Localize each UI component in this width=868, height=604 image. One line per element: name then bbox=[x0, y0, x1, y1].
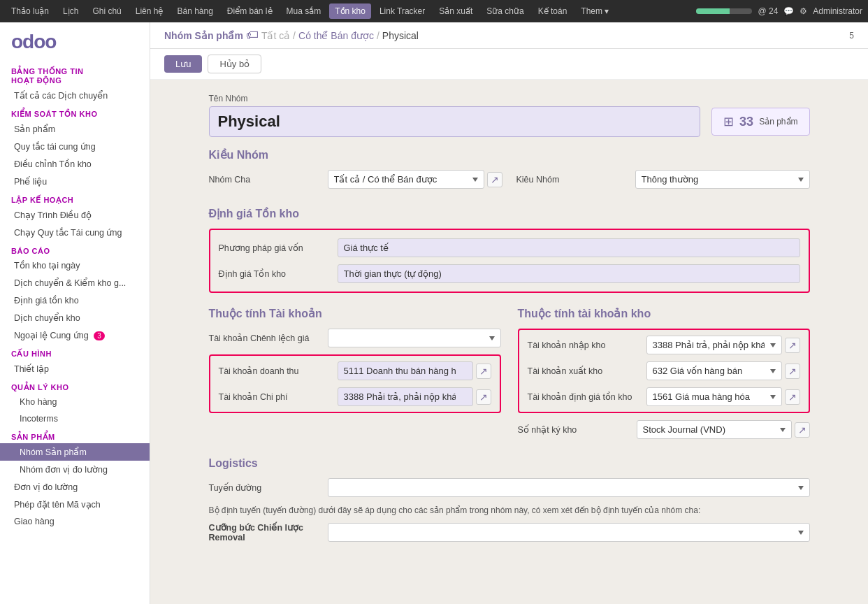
nav-item-ke-toan[interactable]: Kế toán bbox=[533, 3, 573, 19]
tai-khoan-doanh-thu-select[interactable]: 5111 Doanh thu bán hàng hóa bbox=[338, 361, 473, 380]
phuong-phap-value: Giá thực tế bbox=[338, 238, 800, 257]
tai-khoan-doanh-thu-label: Tài khoản doanh thu bbox=[219, 366, 338, 376]
nhom-cha-select[interactable]: Tất cả / Có thể Bán được bbox=[328, 170, 484, 189]
cancel-button[interactable]: Hủy bỏ bbox=[208, 55, 261, 73]
nav-item-diem-ban-le[interactable]: Điểm bán lẻ bbox=[222, 3, 278, 19]
phuong-phap-select[interactable]: Giá thực tế bbox=[338, 238, 800, 257]
logo[interactable]: odoo bbox=[0, 22, 150, 62]
tuyen-duong-label: Tuyến đường bbox=[209, 482, 328, 493]
section-header-cau-hinh: Cấu hình bbox=[0, 344, 150, 360]
product-count-number: 33 bbox=[739, 115, 753, 129]
chien-luoc-field: Cưỡng bức Chiến lược Removal bbox=[209, 522, 810, 542]
form-body: Tên Nhóm ⊞ 33 Sản phẩm Kiều Nhóm bbox=[195, 80, 824, 556]
save-button[interactable]: Lưu bbox=[164, 55, 202, 73]
breadcrumb-can-ban[interactable]: Có thể Bán được bbox=[298, 30, 374, 41]
tai-khoan-dinh-gia-field: Tài khoản định giá tồn kho 1561 Giá mua … bbox=[528, 387, 800, 406]
so-nhat-ky-field: Số nhật ký kho Stock Journal (VND) ↗ bbox=[518, 420, 810, 439]
odoo-logo-text: odoo bbox=[11, 31, 56, 53]
notification-count[interactable]: @ 24 bbox=[758, 6, 778, 16]
dinh-gia-title: Định giá Tồn kho bbox=[209, 207, 810, 220]
tai-khoan-doanh-thu-value: 5111 Doanh thu bán hàng hóa ↗ bbox=[338, 361, 491, 380]
tai-khoan-dinh-gia-select[interactable]: 1561 Giá mua hàng hóa bbox=[646, 387, 782, 406]
nav-item-sua-chua[interactable]: Sữa chữa bbox=[481, 3, 529, 19]
nav-item-mua-sam[interactable]: Mua sắm bbox=[281, 3, 327, 19]
nav-item-link-tracker[interactable]: Link Tracker bbox=[374, 3, 431, 19]
nhom-cha-field: Nhóm Cha Tất cả / Có thể Bán được ↗ bbox=[209, 170, 502, 189]
dinh-gia-select[interactable]: Thời gian thực (tự động) bbox=[338, 264, 800, 283]
kieu-nhom-select[interactable]: Thông thường bbox=[635, 170, 810, 189]
nav-item-lich[interactable]: Lịch bbox=[57, 3, 84, 19]
tai-khoan-doanh-thu-field: Tài khoản doanh thu 5111 Doanh thu bán h… bbox=[219, 361, 491, 380]
tuyen-duong-value bbox=[328, 478, 810, 497]
doanh-thu-ext-link[interactable]: ↗ bbox=[476, 364, 491, 379]
dinh-gia-ext-link[interactable]: ↗ bbox=[785, 389, 800, 405]
sidebar-item-don-vi[interactable]: Đơn vị đo lường bbox=[0, 478, 150, 496]
top-navigation: Thảo luận Lịch Ghi chú Liên hệ Bán hàng … bbox=[0, 0, 868, 22]
breadcrumb-icon: 🏷 bbox=[246, 28, 259, 43]
section-header-bao-cao: Báo cáo bbox=[0, 241, 150, 257]
sidebar-item-quy-tac[interactable]: Quy tắc tái cung ứng bbox=[0, 138, 150, 155]
nav-item-ghi-chu[interactable]: Ghi chú bbox=[87, 3, 126, 19]
nav-item-ton-kho[interactable]: Tồn kho bbox=[329, 3, 371, 19]
sidebar-item-ton-kho-ngay[interactable]: Tồn kho tại ngày bbox=[0, 257, 150, 274]
so-nhat-ky-label: Số nhật ký kho bbox=[518, 424, 637, 435]
settings-icon[interactable]: ⚙ bbox=[800, 6, 807, 16]
chien-luoc-value bbox=[328, 523, 810, 542]
sidebar-item-thiet-lap[interactable]: Thiết lập bbox=[0, 360, 150, 378]
product-count-widget[interactable]: ⊞ 33 Sản phẩm bbox=[711, 108, 809, 136]
dinh-gia-value: Thời gian thực (tự động) bbox=[338, 264, 800, 283]
section-header-san-pham2: Sản phẩm bbox=[0, 427, 150, 443]
logistics-description: Bộ định tuyến (tuyến đường) dưới đây sẽ … bbox=[209, 504, 810, 517]
sidebar-item-chay-trinh[interactable]: Chạy Trình Điều độ bbox=[0, 206, 150, 224]
nhap-kho-ext-link[interactable]: ↗ bbox=[785, 338, 800, 353]
sidebar-item-dich-chuyen-kiem[interactable]: Dịch chuyển & Kiểm kho g... bbox=[0, 274, 150, 292]
logistics-title: Logistics bbox=[209, 457, 810, 470]
tai-khoan-nhap-kho-select[interactable]: 3388 Phải trả, phải nộp khác bbox=[646, 336, 782, 354]
nav-item-san-xuat[interactable]: Sản xuất bbox=[433, 3, 478, 19]
ten-nhom-wrap bbox=[209, 106, 701, 137]
ten-nhom-input[interactable] bbox=[209, 106, 701, 137]
page-number: 5 bbox=[849, 31, 854, 41]
nav-item-them[interactable]: Them ▾ bbox=[575, 3, 614, 19]
breadcrumb: Nhóm Sản phẩm 🏷 Tất cả / Có thể Bán được… bbox=[164, 28, 419, 43]
sidebar-item-chay-quy-tac[interactable]: Chạy Quy tắc Tái cung ứng bbox=[0, 224, 150, 241]
section-header-kiem-soat: Kiểm soát tồn kho bbox=[0, 104, 150, 120]
chi-phi-ext-link[interactable]: ↗ bbox=[476, 389, 491, 405]
so-nhat-ky-select[interactable]: Stock Journal (VND) bbox=[637, 420, 792, 439]
chien-luoc-select[interactable] bbox=[328, 523, 810, 542]
nhom-cha-ext-link[interactable]: ↗ bbox=[487, 172, 502, 187]
nav-item-lien-he[interactable]: Liên hệ bbox=[130, 3, 169, 19]
tai-khoan-nhap-kho-value: 3388 Phải trả, phải nộp khác ↗ bbox=[646, 336, 800, 354]
tai-khoan-xuat-kho-select[interactable]: 632 Giá vốn hàng bán bbox=[646, 361, 782, 380]
sidebar-item-giao-hang[interactable]: Giao hàng bbox=[0, 513, 150, 530]
sidebar-item-kho-hang[interactable]: Kho hàng bbox=[0, 394, 150, 410]
accounts-left: Thuộc tính Tài khoản Tài khoản Chênh lệc… bbox=[209, 304, 501, 446]
sidebar-item-nhom-don-vi[interactable]: Nhóm đơn vị đo lường bbox=[0, 461, 150, 478]
so-nhat-ky-value: Stock Journal (VND) ↗ bbox=[637, 420, 810, 439]
sidebar-item-dieu-chinh[interactable]: Điều chỉnh Tồn kho bbox=[0, 155, 150, 173]
tai-khoan-chi-phi-select[interactable]: 3388 Phải trả, phải nộp khác bbox=[338, 387, 473, 406]
ngoai-le-badge: 3 bbox=[94, 331, 105, 340]
tai-khoan-chi-phi-label: Tài khoản Chi phí bbox=[219, 391, 338, 402]
sidebar-item-phep-dat-ten[interactable]: Phép đặt tên Mã vạch bbox=[0, 496, 150, 513]
nav-item-ban-hang[interactable]: Bán hàng bbox=[171, 3, 218, 19]
sidebar-item-tat-ca-dich-chuyen[interactable]: Tất cả các Dịch chuyển bbox=[0, 87, 150, 104]
breadcrumb-current: Physical bbox=[382, 30, 419, 41]
progress-bar bbox=[696, 8, 752, 14]
sidebar-item-phe-lieu[interactable]: Phế liệu bbox=[0, 173, 150, 190]
tai-khoan-chenh-lech-select[interactable] bbox=[328, 329, 501, 347]
sidebar-item-san-pham[interactable]: Sản phẩm bbox=[0, 120, 150, 138]
so-nhat-ky-ext-link[interactable]: ↗ bbox=[795, 422, 810, 438]
kieu-nhom-field: Kiêu Nhóm Thông thường bbox=[516, 170, 810, 189]
xuat-kho-ext-link[interactable]: ↗ bbox=[785, 364, 800, 379]
admin-user[interactable]: Administrator bbox=[813, 6, 862, 16]
sidebar-item-dinh-gia-ton-kho[interactable]: Định giá tồn kho bbox=[0, 292, 150, 309]
messages-icon[interactable]: 💬 bbox=[783, 6, 794, 16]
sidebar-item-ngoai-le[interactable]: Ngoại lệ Cung ứng 3 bbox=[0, 326, 150, 344]
tuyen-duong-select[interactable] bbox=[328, 478, 810, 497]
sidebar-item-nhom-san-pham[interactable]: Nhóm Sản phẩm bbox=[0, 443, 150, 461]
sidebar-item-incoterms[interactable]: Incoterms bbox=[0, 410, 150, 427]
nav-item-thao-luan[interactable]: Thảo luận bbox=[6, 3, 55, 19]
sidebar-item-dich-chuyen-kho[interactable]: Dịch chuyển kho bbox=[0, 309, 150, 326]
kieu-nhom-label: Kiêu Nhóm bbox=[516, 175, 635, 185]
